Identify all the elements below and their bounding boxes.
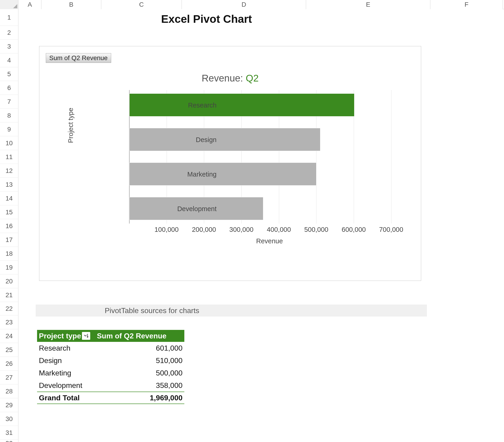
col-header-a[interactable]: A	[18, 0, 41, 9]
row-header[interactable]: 10	[0, 136, 18, 150]
y-category-label: Research	[157, 102, 216, 109]
filter-dropdown-button[interactable]	[82, 332, 90, 340]
col-header-c[interactable]: C	[101, 0, 182, 9]
pivot-cell-label: Research	[37, 344, 97, 352]
select-all-cell[interactable]	[0, 0, 18, 9]
sort-arrow-icon	[83, 333, 89, 339]
row-header[interactable]: 9	[0, 123, 18, 136]
pivot-data-row[interactable]: Marketing500,000	[37, 367, 184, 379]
column-header-row: A B C D E F	[0, 0, 504, 9]
pivot-header-a-label: Project type	[39, 332, 81, 340]
x-tick-label: 300,000	[230, 226, 254, 233]
pivot-cell-label: Marketing	[37, 369, 97, 377]
pivot-cell-value: 601,000	[97, 344, 184, 352]
x-tick-label: 100,000	[154, 226, 179, 233]
row-header[interactable]: 16	[0, 219, 18, 233]
pivot-cell-value: 510,000	[97, 356, 184, 365]
row-header[interactable]: 13	[0, 178, 18, 192]
pivot-header-row: Project type Sum of Q2 Revenue	[37, 330, 184, 342]
row-header[interactable]: 6	[0, 81, 18, 95]
row-header[interactable]: 12	[0, 164, 18, 178]
pivot-cell-value: 500,000	[97, 369, 184, 377]
col-header-b[interactable]: B	[41, 0, 101, 9]
chart-field-badge[interactable]: Sum of Q2 Revenue	[46, 53, 111, 63]
row-header[interactable]: 5	[0, 67, 18, 81]
pivot-header-sum[interactable]: Sum of Q2 Revenue	[97, 332, 184, 340]
row-header[interactable]: 7	[0, 95, 18, 109]
x-axis-title: Revenue	[129, 237, 410, 245]
row-header[interactable]: 31	[0, 426, 18, 440]
pivot-cell-label: Development	[37, 381, 97, 390]
x-tick-label: 700,000	[379, 226, 403, 233]
y-axis-title: Project type	[67, 108, 74, 143]
grand-total-label: Grand Total	[37, 394, 97, 402]
pivot-header-project-type[interactable]: Project type	[37, 332, 97, 340]
chart-title: Revenue: Q2	[39, 73, 421, 84]
row-header[interactable]: 8	[0, 109, 18, 123]
col-header-e[interactable]: E	[306, 0, 430, 9]
row-header[interactable]: 32	[0, 440, 18, 442]
row-header[interactable]: 14	[0, 192, 18, 205]
row-header[interactable]: 11	[0, 150, 18, 164]
row-header[interactable]: 28	[0, 385, 18, 398]
x-tick-label: 200,000	[192, 226, 216, 233]
row-header[interactable]: 25	[0, 343, 18, 357]
page-title: Excel Pivot Chart	[161, 13, 252, 25]
y-category-label: Marketing	[157, 171, 216, 178]
pivot-chart[interactable]: Sum of Q2 Revenue Revenue: Q2 Project ty…	[39, 46, 421, 281]
chart-title-highlight: Q2	[246, 73, 259, 84]
row-header[interactable]: 3	[0, 40, 18, 54]
pivot-cell-label: Design	[37, 356, 97, 365]
row-header[interactable]: 21	[0, 288, 18, 302]
pivot-data-row[interactable]: Development358,000	[37, 379, 184, 392]
x-tick-label: 500,000	[304, 226, 328, 233]
row-header[interactable]: 30	[0, 412, 18, 426]
col-header-d[interactable]: D	[182, 0, 306, 9]
x-tick-label: 600,000	[342, 226, 366, 233]
col-header-f[interactable]: F	[430, 0, 503, 9]
y-category-label: Design	[157, 136, 216, 144]
pivot-cell-value: 358,000	[97, 381, 184, 390]
row-header[interactable]: 19	[0, 261, 18, 275]
row-header[interactable]: 27	[0, 371, 18, 385]
y-category-label: Development	[157, 205, 216, 213]
worksheet-area[interactable]: Excel Pivot Chart Sum of Q2 Revenue Reve…	[18, 9, 504, 442]
row-header[interactable]: 26	[0, 357, 18, 371]
select-all-triangle-icon	[13, 4, 17, 8]
row-header[interactable]: 24	[0, 329, 18, 343]
row-header[interactable]: 22	[0, 302, 18, 315]
pivot-grand-total-row[interactable]: Grand Total 1,969,000	[37, 392, 184, 404]
row-header[interactable]: 20	[0, 275, 18, 288]
plot-area: Revenue 100,000200,000300,000400,000500,…	[129, 90, 410, 242]
pivot-banner: PivotTable sources for charts	[36, 305, 427, 316]
pivot-data-row[interactable]: Design510,000	[37, 354, 184, 367]
row-header[interactable]: 17	[0, 233, 18, 247]
pivot-data-row[interactable]: Research601,000	[37, 342, 184, 354]
row-header[interactable]: 29	[0, 398, 18, 412]
pivot-table[interactable]: Project type Sum of Q2 Revenue Research6…	[37, 330, 184, 404]
row-header-column: 1234567891011121314151617181920212223242…	[0, 9, 18, 442]
row-header[interactable]: 1	[0, 9, 18, 26]
row-header[interactable]: 2	[0, 26, 18, 40]
grand-total-value: 1,969,000	[97, 394, 184, 402]
row-header[interactable]: 18	[0, 247, 18, 261]
row-header[interactable]: 15	[0, 205, 18, 219]
row-header[interactable]: 4	[0, 54, 18, 67]
grid-line	[391, 90, 392, 223]
chart-title-prefix: Revenue:	[202, 73, 246, 84]
row-header[interactable]: 23	[0, 315, 18, 329]
x-tick-label: 400,000	[267, 226, 291, 233]
